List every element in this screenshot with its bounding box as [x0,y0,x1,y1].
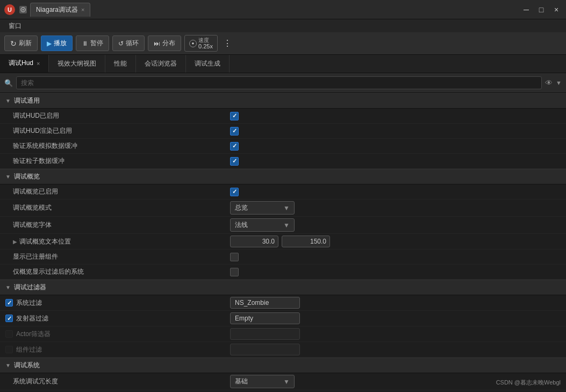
table-row: 仅概览显示过滤后的系统 [0,265,566,280]
prop-value: 总览 ▼ [226,199,566,216]
prop-value [226,110,566,122]
table-row: 发射器过滤 [0,311,566,326]
prop-label: 验证系统模拟数据缓冲 [0,139,226,153]
checkbox-filter-systems[interactable] [230,268,239,276]
title-close-icon[interactable]: × [81,6,84,13]
svg-point-1 [23,9,24,10]
dropdown-overview-font[interactable]: 法线 ▼ [230,218,295,232]
search-icon: 🔍 [4,79,13,87]
checkbox-verify-system[interactable] [230,142,239,151]
tab-session-browser[interactable]: 会话浏览器 [136,55,186,73]
prop-label: 验证粒子数据缓冲 [0,154,226,168]
dist-icon: ⏭ [154,40,160,47]
prop-value [226,155,566,167]
speed-icon: ● [189,40,197,47]
prop-value [226,125,566,137]
table-row: 显示已注册组件 [0,250,566,265]
table-row: 验证系统模拟数据缓冲 [0,139,566,154]
dropdown-system-verbosity[interactable]: 基础 ▼ [230,375,295,388]
section-header-general[interactable]: ▼ 调试通用 [0,93,566,109]
table-row: 系统调试冗长度 基础 ▼ [0,373,566,390]
play-button[interactable]: ▶ 播放 [41,35,73,51]
tab-close-icon[interactable]: × [37,60,40,67]
prop-value [226,186,566,198]
tab-debug-generate[interactable]: 调试生成 [186,55,230,73]
checkbox-component-filter[interactable] [5,346,13,353]
prop-label: 调试HUD已启用 [0,109,226,123]
prop-label: 调试概览模式 [0,201,226,215]
prop-value [226,266,566,278]
table-row: 验证粒子数据缓冲 [0,154,566,169]
system-filter-input[interactable] [230,297,300,309]
checkbox-verify-particle[interactable] [230,157,239,166]
section-header-overview[interactable]: ▼ 调试概览 [0,169,566,184]
prop-label: 组件过滤 [0,343,226,357]
component-filter-input[interactable] [230,344,300,355]
dropdown-overview-mode[interactable]: 总览 ▼ [230,201,295,215]
dist-button[interactable]: ⏭ 分布 [148,35,181,51]
loop-icon: ↺ [118,40,124,47]
prop-label: 系统调试冗长度 [0,374,226,389]
checkbox-actor-filter[interactable] [5,330,13,338]
table-row: 调试HUD已启用 [0,109,566,124]
pause-button[interactable]: ⏸ 暂停 [76,35,109,51]
section-header-filter[interactable]: ▼ 调试过滤器 [0,280,566,295]
checkbox-hud-render[interactable] [230,127,239,136]
close-button[interactable]: × [551,4,562,15]
expand-arrow-icon[interactable]: ▶ [13,239,17,245]
checkbox-overview-enabled[interactable] [230,188,239,196]
prop-value: 法线 ▼ [226,217,566,233]
checkbox-emitter-filter[interactable] [5,315,13,322]
menu-item-window[interactable]: 窗口 [4,20,26,32]
table-row: 调试HUD渲染已启用 [0,124,566,139]
eye-button[interactable]: 👁 [545,79,553,87]
refresh-icon: ↻ [10,39,17,48]
table-row: 调试概览模式 总览 ▼ [0,199,566,217]
prop-label: 调试HUD渲染已启用 [0,124,226,138]
checkbox-show-registered[interactable] [230,253,239,261]
tab-performance[interactable]: 性能 [105,55,136,73]
search-input[interactable] [16,76,542,89]
dropdown-arrow-icon: ▼ [556,80,562,86]
tab-debug-hud[interactable]: 调试Hud × [0,55,49,73]
loop-button[interactable]: ↺ 循环 [112,35,145,51]
speed-control[interactable]: ● 速度 0.25x [184,35,218,52]
maximize-button[interactable]: □ [536,4,547,15]
prop-value [226,342,566,357]
play-icon: ▶ [47,40,52,47]
prop-value [226,140,566,152]
toolbar: ↻ 刷新 ▶ 播放 ⏸ 暂停 ↺ 循环 ⏭ 分布 ● 速度 0.25x ⋮ [0,32,566,55]
title-tab: Niagara调试器 × [30,3,90,17]
checkbox-system-filter[interactable] [5,299,13,307]
emitter-filter-input[interactable] [230,312,300,324]
title-bar: U Niagara调试器 × ─ □ × [0,0,566,19]
window-controls: ─ □ × [521,4,562,15]
prop-value [226,295,566,310]
minimize-button[interactable]: ─ [521,4,532,15]
table-row: Actor筛选器 [0,326,566,342]
position-x-input[interactable] [230,236,278,247]
prop-label: Actor筛选器 [0,327,226,341]
collapse-arrow-icon: ▼ [5,284,11,290]
menu-bar: 窗口 [0,19,566,32]
app-icon: U [4,4,15,15]
checkbox-hud-enabled[interactable] [230,112,239,120]
position-y-input[interactable] [282,236,330,247]
prop-value [226,311,566,326]
refresh-button[interactable]: ↻ 刷新 [4,35,38,51]
prop-label: 调试概览字体 [0,218,226,232]
prop-label: ▶ 调试概览文本位置 [0,234,226,249]
collapse-arrow-icon: ▼ [5,174,11,180]
actor-filter-input[interactable] [230,328,300,340]
section-header-system[interactable]: ▼ 调试系统 [0,358,566,373]
table-row: 调试概览已启用 [0,184,566,199]
prop-value [226,234,566,249]
more-button[interactable]: ⋮ [221,38,234,48]
prop-label: 系统过滤 [0,296,226,310]
prop-label: 仅概览显示过滤后的系统 [0,265,226,279]
watermark: CSDN @暮志未晚Webgl [496,379,561,387]
prop-value [226,251,566,263]
prop-label: 发射器过滤 [0,311,226,326]
tab-icon [19,6,27,13]
tab-outline[interactable]: 视效大纲视图 [49,55,105,73]
